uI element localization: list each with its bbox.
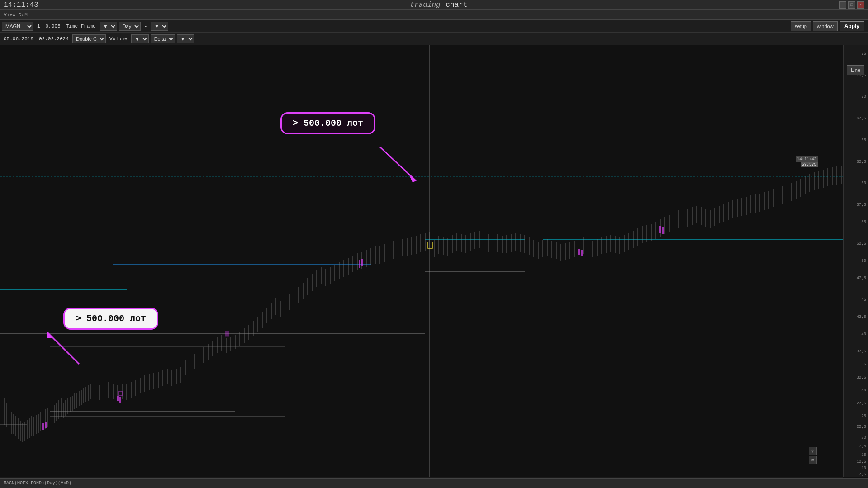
app-name1: trading: [410, 1, 440, 9]
dash-label: -: [142, 23, 149, 30]
chart-divider: [540, 45, 540, 477]
menu-item-view-dom[interactable]: View DoM: [4, 12, 28, 18]
price-tick-12: 12,5: [856, 460, 866, 464]
chart-svg: [0, 45, 843, 477]
price-tick-15: 15: [861, 453, 866, 457]
price-tick-45: 45: [861, 298, 866, 302]
svg-rect-224: [578, 249, 580, 255]
svg-rect-226: [659, 226, 661, 233]
zoom-icon[interactable]: ⊞: [809, 456, 817, 464]
quantity-label: 1: [35, 23, 42, 30]
mode-select[interactable]: Double C: [72, 34, 106, 43]
price-tick-30: 30: [861, 388, 866, 393]
price-tick-32: 32,5: [856, 375, 866, 380]
titlebar: 14:11:43 trading chart ─ □ ×: [0, 0, 868, 10]
svg-rect-72: [117, 396, 119, 401]
price-axis: 75 72,5 70 67,5 65 62,5 60 57,5 55 52,5 …: [843, 45, 868, 477]
date-end: 02.02.2024: [37, 35, 71, 43]
price-tick-75: 75: [861, 52, 866, 56]
svg-rect-32: [42, 423, 44, 430]
window-controls: ─ □ ×: [839, 1, 864, 9]
price-tick-37: 37,5: [856, 349, 866, 354]
price-tick-67: 67,5: [856, 116, 866, 121]
setup-button[interactable]: setup: [791, 21, 811, 31]
delta-select[interactable]: Delta: [151, 34, 175, 43]
svg-rect-227: [662, 227, 664, 234]
svg-rect-1: [0, 45, 843, 477]
svg-rect-225: [581, 250, 583, 256]
price-tick-40: 40: [861, 332, 866, 336]
volume-arrow[interactable]: ▼: [131, 34, 149, 43]
price-tick-35: 35: [861, 362, 866, 367]
price-tick-50: 50: [861, 259, 866, 263]
current-price-label: 59,375: [801, 162, 818, 167]
app-title: trading chart: [410, 1, 467, 9]
price-tick-20: 20: [861, 436, 866, 440]
price-tick-62: 62,5: [856, 160, 866, 164]
cursor-icon[interactable]: ⊹: [809, 447, 817, 455]
date-start: 05.06.2019: [2, 35, 35, 43]
close-button[interactable]: ×: [857, 1, 864, 9]
maximize-button[interactable]: □: [848, 1, 855, 9]
price-tick-47: 47,5: [856, 276, 866, 280]
svg-rect-130: [359, 260, 360, 268]
right-toolbar: setup window Apply: [787, 20, 868, 33]
chart-area: > 500.000 лот > 500.000 лот 14:11:42 59,…: [0, 45, 868, 488]
chart-icons: ⊹ ⊞: [809, 447, 817, 464]
extra-select[interactable]: ▼: [151, 22, 168, 31]
price-tick-22: 22,5: [856, 425, 866, 429]
price-tick-42: 42,5: [856, 315, 866, 319]
toolbar1: MAGN 1 0,005 Time Frame ▼ Day - ▼: [0, 20, 868, 33]
statusbar: MAGN(MOEX FOND)(Day)(VxD): [0, 478, 868, 488]
line-button[interactable]: Line: [847, 65, 864, 75]
current-price-time-label: 14:11:42: [796, 156, 818, 162]
annotation-bottom: > 500.000 лот: [63, 308, 158, 330]
app-name2: chart: [446, 1, 467, 9]
chart-canvas[interactable]: > 500.000 лот > 500.000 лот 14:11:42 59,…: [0, 45, 843, 477]
annotation-bottom-text: > 500.000 лот: [76, 313, 146, 324]
window-button[interactable]: window: [813, 21, 838, 31]
annotation-top-text: > 500.000 лот: [293, 118, 363, 128]
step-label: 0,005: [44, 23, 62, 30]
menubar: View DoM: [0, 10, 868, 20]
volume-label: Volume: [108, 35, 129, 43]
svg-rect-131: [361, 259, 363, 266]
annotation-top: > 500.000 лот: [280, 112, 375, 134]
price-tick-25: 25: [861, 414, 866, 418]
timeframe-arrow[interactable]: ▼: [100, 22, 117, 31]
price-tick-57: 57,5: [856, 203, 866, 207]
price-tick-52: 52,5: [856, 242, 866, 246]
statusbar-text: MAGN(MOEX FOND)(Day)(VxD): [4, 481, 71, 486]
toolbar2: 05.06.2019 02.02.2024 Double C Volume ▼ …: [0, 33, 868, 45]
minimize-button[interactable]: ─: [839, 1, 846, 9]
price-tick-17: 17,5: [856, 444, 866, 449]
svg-rect-73: [119, 397, 121, 403]
timeframe-label: Time Frame: [64, 23, 98, 30]
price-tick-60: 60: [861, 181, 866, 185]
svg-rect-33: [45, 422, 47, 428]
apply-button[interactable]: Apply: [840, 21, 864, 31]
price-tick-10: 10: [861, 466, 866, 470]
price-tick-27: 27,5: [856, 401, 866, 406]
period-select[interactable]: Day: [119, 22, 141, 31]
symbol-select[interactable]: MAGN: [2, 22, 33, 31]
svg-rect-132: [225, 331, 229, 336]
delta-arrow[interactable]: ▼: [177, 34, 194, 43]
price-tick-7: 7,5: [859, 472, 866, 477]
price-tick-65: 65: [861, 138, 866, 142]
price-tick-55: 55: [861, 220, 866, 224]
price-tick-70: 70: [861, 95, 866, 99]
clock: 14:11:43: [4, 1, 38, 9]
